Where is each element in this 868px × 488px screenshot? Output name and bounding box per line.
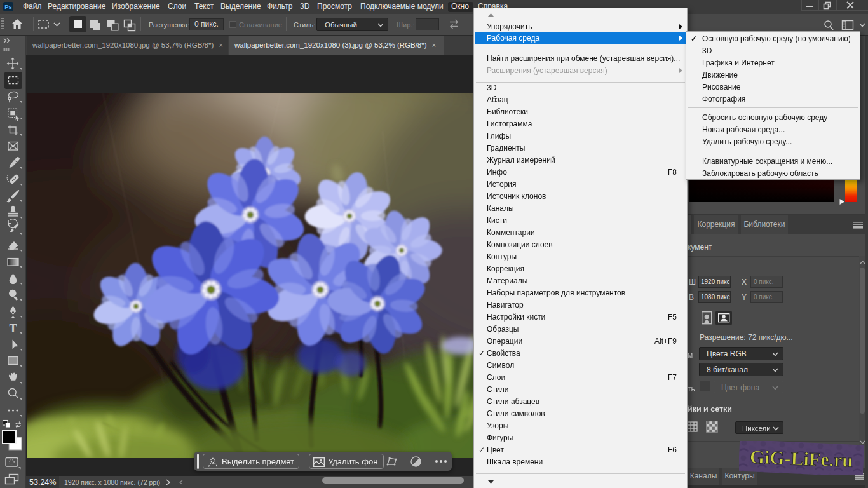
svg-text:T: T xyxy=(9,322,17,335)
svg-text:GiG-LiFe.ru: GiG-LiFe.ru xyxy=(749,446,853,471)
